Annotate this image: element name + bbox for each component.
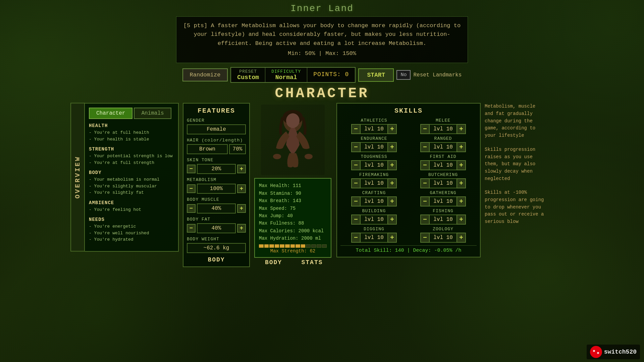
skill-butchering: BUTCHERING − lvl 10 + (410, 172, 477, 188)
bar-seg-6 (285, 244, 290, 248)
toughness-plus[interactable]: + (387, 160, 397, 170)
crafting-value: lvl 10 (361, 196, 387, 206)
gender-control: Female (187, 124, 246, 134)
building-plus[interactable]: + (387, 215, 397, 225)
digging-plus[interactable]: + (387, 233, 397, 243)
gender-group: GENDER Female (187, 118, 246, 134)
skin-minus-button[interactable]: − (187, 165, 196, 173)
gender-label: GENDER (187, 118, 246, 123)
body-fat-control: − 40% + (187, 223, 246, 233)
first-aid-plus[interactable]: + (457, 160, 466, 170)
zoology-plus[interactable]: + (457, 233, 466, 243)
svg-rect-8 (593, 349, 599, 355)
metabolism-minus-button[interactable]: − (187, 184, 196, 193)
endurance-minus[interactable]: − (351, 142, 361, 152)
athletics-minus[interactable]: − (351, 124, 361, 134)
metabolism-plus-button[interactable]: + (237, 184, 246, 193)
skill-athletics: ATHLETICS − lvl 10 + (340, 118, 408, 134)
toughness-minus[interactable]: − (351, 160, 361, 170)
firemaking-value: lvl 10 (361, 178, 387, 188)
butchering-plus[interactable]: + (457, 178, 466, 188)
tab-character[interactable]: Character (89, 108, 132, 119)
nintendo-switch-icon (591, 347, 601, 357)
muscle-minus-button[interactable]: − (187, 204, 196, 213)
char-figure (256, 103, 330, 177)
bar-seg-4 (275, 244, 279, 248)
skill-digging-control: − lvl 10 + (340, 233, 408, 243)
firemaking-plus[interactable]: + (387, 178, 397, 188)
body-section: BODY - Your metabolism is normal - You'r… (89, 170, 174, 196)
toughness-value: lvl 10 (361, 160, 387, 170)
char-image-area: Max Health: 111 Max Stamina: 90 Max Brea… (253, 103, 333, 265)
ranged-plus[interactable]: + (457, 142, 466, 152)
butchering-minus[interactable]: − (420, 178, 430, 188)
max-health: Max Health: 111 (259, 182, 327, 189)
nintendo-badge: switch520 (587, 345, 640, 359)
gathering-minus[interactable]: − (420, 196, 430, 206)
firemaking-minus[interactable]: − (351, 178, 361, 188)
preset-panel: PRESET Custom DIFFICULTY Normal POINTS: … (230, 67, 356, 83)
max-strength: Max Strength: 62 (259, 248, 327, 254)
fishing-minus[interactable]: − (420, 215, 430, 225)
skill-fishing: FISHING − lvl 10 + (410, 208, 477, 225)
body-stats-labels: BODY STATS (254, 259, 331, 266)
preset-section[interactable]: PRESET Custom (231, 68, 265, 82)
side-block-1: Metabolism, muscle and fat gradually cha… (485, 103, 545, 139)
skin-plus-button[interactable]: + (237, 165, 246, 173)
building-minus[interactable]: − (351, 215, 361, 225)
features-title: FEATURES (187, 107, 246, 115)
randomize-button[interactable]: Randomize (182, 68, 228, 81)
needs-title: NEEDS (89, 217, 174, 222)
gathering-plus[interactable]: + (457, 196, 466, 206)
difficulty-section[interactable]: DIFFICULTY Normal (265, 68, 307, 82)
ranged-minus[interactable]: − (420, 142, 430, 152)
skill-building: BUILDING − lvl 10 + (340, 208, 408, 225)
bar-seg-9 (301, 244, 306, 248)
muscle-plus-button[interactable]: + (237, 204, 246, 213)
melee-plus[interactable]: + (457, 124, 466, 134)
digging-minus[interactable]: − (351, 233, 361, 243)
metabolism-control: − 100% + (187, 184, 246, 194)
bar-seg-7 (290, 244, 295, 248)
side-block-2: Skills progression raises as you use the… (485, 146, 545, 182)
bar-seg-13 (322, 244, 327, 248)
skill-crafting-name: CRAFTING (340, 190, 408, 195)
melee-minus[interactable]: − (420, 124, 430, 134)
fat-minus-button[interactable]: − (187, 224, 196, 233)
hair-group: HAIR (color/length) Brown 70% (187, 138, 246, 154)
no-badge[interactable]: No (396, 70, 411, 80)
needs-item-1: - You're well nourished (89, 230, 174, 237)
crafting-minus[interactable]: − (351, 196, 361, 206)
bar-seg-1 (259, 244, 264, 248)
skill-ranged-control: − lvl 10 + (410, 142, 477, 152)
athletics-plus[interactable]: + (387, 124, 397, 134)
skill-firemaking-name: FIREMAKING (340, 172, 408, 177)
skill-zoology-name: ZOOLOGY (410, 227, 477, 232)
endurance-plus[interactable]: + (387, 142, 397, 152)
bar-seg-10 (306, 244, 311, 248)
switch-label: switch520 (604, 349, 637, 355)
skill-firemaking-control: − lvl 10 + (340, 178, 408, 188)
start-button[interactable]: START (358, 68, 394, 82)
body-muscle-label: BODY MUSCLE (187, 197, 246, 202)
skill-firemaking: FIREMAKING − lvl 10 + (340, 172, 408, 188)
first-aid-minus[interactable]: − (420, 160, 430, 170)
hair-length: 70% (229, 144, 246, 154)
skill-fishing-name: FISHING (410, 208, 477, 214)
points-label: POINTS: 0 (313, 69, 349, 80)
skill-butchering-name: BUTCHERING (410, 172, 477, 177)
tab-animals[interactable]: Animals (134, 108, 171, 119)
skill-endurance-name: ENDURANCE (340, 136, 408, 141)
overview-tabs: Character Animals (89, 108, 174, 119)
skill-butchering-control: − lvl 10 + (410, 178, 477, 188)
skill-melee: MELEE − lvl 10 + (410, 118, 477, 134)
zoology-minus[interactable]: − (420, 233, 430, 243)
fat-plus-button[interactable]: + (237, 224, 246, 233)
body-weight-group: BODY WEIGHT ~62.6 kg (187, 237, 246, 253)
fishing-plus[interactable]: + (457, 215, 466, 225)
ambience-section: AMBIENCE - You're feeling hot (89, 200, 174, 213)
body-label: BODY (254, 259, 293, 266)
skin-control: − 20% + (187, 164, 246, 174)
crafting-plus[interactable]: + (387, 196, 397, 206)
reset-landmarks-label: Reset Landmarks (413, 72, 462, 78)
